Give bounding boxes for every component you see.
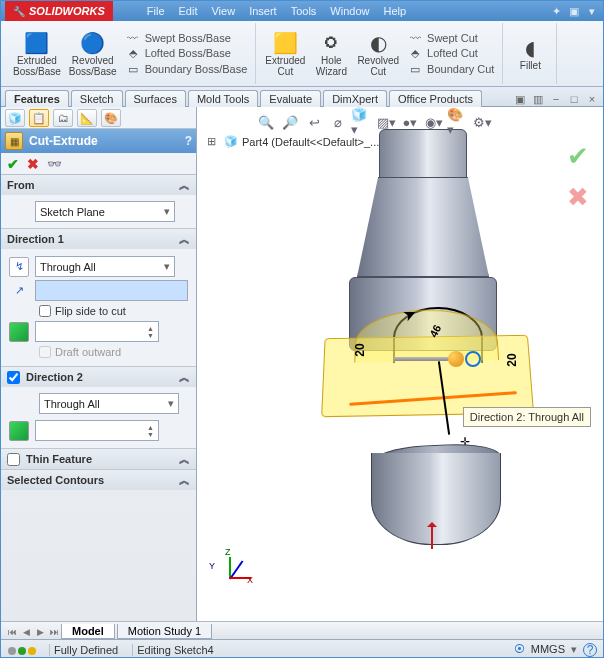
- menu-tools[interactable]: Tools: [285, 3, 323, 19]
- tooltip: Direction 2: Through All: [463, 407, 591, 427]
- dropdown-icon[interactable]: ▾: [585, 4, 599, 18]
- pm-header: ▦ Cut-Extrude ?: [1, 129, 196, 153]
- window-min-icon[interactable]: −: [549, 92, 563, 106]
- bottle-shoulder-geometry: [357, 177, 489, 277]
- window-max-icon[interactable]: □: [567, 92, 581, 106]
- section-direction2: Direction 2︽ Through All ▲▼: [1, 367, 196, 449]
- extruded-cut-button[interactable]: 🟨ExtrudedCut: [261, 29, 309, 79]
- dir1-direction-vector-field[interactable]: [35, 280, 188, 301]
- dir2-draft-angle-field[interactable]: ▲▼: [35, 420, 159, 441]
- direction-arrow[interactable]: [431, 523, 433, 549]
- dir1-draft-angle-field[interactable]: ▲▼: [35, 321, 159, 342]
- menu-help[interactable]: Help: [377, 3, 412, 19]
- previous-view-icon[interactable]: ↩: [303, 111, 325, 133]
- property-manager: 🧊 📋 🗂 📐 🎨 ▦ Cut-Extrude ? ✔ ✖ 👓 From︽ Sk…: [1, 107, 197, 621]
- graphics-viewport[interactable]: 🔍 🔎 ↩ ⌀ 🧊▾ ▨▾ ●▾ ◉▾ 🎨▾ ⚙▾ 🧊Part4 (Defaul…: [197, 107, 603, 621]
- view-orientation-icon[interactable]: 🧊▾: [351, 111, 373, 133]
- view-settings-icon[interactable]: ⚙▾: [471, 111, 493, 133]
- status-bar: Fully Defined Editing Sketch4 ⦿ MMGS ▾ ?: [1, 639, 603, 658]
- cube-icon[interactable]: ▣: [567, 4, 581, 18]
- tab-scroll-next[interactable]: ▶: [33, 625, 47, 639]
- dir1-direction-vector-icon: ↗: [9, 281, 29, 301]
- section-direction1: Direction 1︽ ↯ Through All ↗ Flip side t…: [1, 229, 196, 367]
- window-close-icon[interactable]: ×: [585, 92, 599, 106]
- direction-handle[interactable]: [393, 347, 473, 371]
- section-contours-header[interactable]: Selected Contours︽: [1, 470, 196, 490]
- doc-tab-motion-study[interactable]: Motion Study 1: [117, 624, 212, 639]
- swept-cut-button[interactable]: 〰Swept Cut: [403, 31, 498, 45]
- menu-insert[interactable]: Insert: [243, 3, 283, 19]
- zoom-area-icon[interactable]: 🔎: [279, 111, 301, 133]
- app-logo: SOLIDWORKS: [5, 1, 113, 21]
- dimension-20-left[interactable]: 20: [353, 343, 367, 356]
- command-manager-tabs: Features Sketch Surfaces Mold Tools Eval…: [1, 87, 603, 107]
- status-units-dropdown-icon[interactable]: ▾: [571, 643, 577, 657]
- boundary-cut-button[interactable]: ▭Boundary Cut: [403, 62, 498, 77]
- status-help-icon[interactable]: ?: [583, 643, 597, 657]
- section-direction1-header[interactable]: Direction 1︽: [1, 229, 196, 249]
- pm-help-icon[interactable]: ?: [185, 134, 192, 148]
- hole-wizard-button[interactable]: ⭘HoleWizard: [309, 29, 353, 79]
- lofted-cut-button[interactable]: ⬘Lofted Cut: [403, 46, 498, 61]
- pm-tab-display[interactable]: 🎨: [101, 109, 121, 127]
- revolved-boss-button[interactable]: 🔵RevolvedBoss/Base: [65, 29, 121, 79]
- pm-tab-bar: 🧊 📋 🗂 📐 🎨: [1, 107, 196, 129]
- tab-surfaces[interactable]: Surfaces: [125, 90, 186, 107]
- dir1-end-condition-select[interactable]: Through All: [35, 256, 175, 277]
- edit-appearance-icon[interactable]: ◉▾: [423, 111, 445, 133]
- tab-scroll-last[interactable]: ⏭: [47, 625, 61, 639]
- apply-scene-icon[interactable]: 🎨▾: [447, 111, 469, 133]
- section-from-header[interactable]: From︽: [1, 175, 196, 195]
- cut-extrude-icon: ▦: [5, 132, 23, 150]
- window-cascade-icon[interactable]: ▣: [513, 92, 527, 106]
- status-editing: Editing Sketch4: [132, 644, 217, 656]
- tab-scroll-first[interactable]: ⏮: [5, 625, 19, 639]
- tab-features[interactable]: Features: [5, 90, 69, 107]
- tab-office-products[interactable]: Office Products: [389, 90, 482, 107]
- reference-triad[interactable]: Z Y X: [207, 551, 251, 591]
- flip-side-checkbox[interactable]: Flip side to cut: [39, 305, 188, 317]
- lofted-boss-button[interactable]: ⬘Lofted Boss/Base: [121, 46, 252, 61]
- tab-sketch[interactable]: Sketch: [71, 90, 123, 107]
- section-direction2-header[interactable]: Direction 2︽: [1, 367, 196, 387]
- status-locator-icon[interactable]: ⦿: [514, 643, 525, 657]
- pm-tab-dimxpert[interactable]: 📐: [77, 109, 97, 127]
- ok-button[interactable]: ✔: [7, 156, 19, 172]
- from-condition-select[interactable]: Sketch Plane: [35, 201, 175, 222]
- preview-button[interactable]: 👓: [47, 157, 62, 171]
- menu-bar: File Edit View Insert Tools Window Help: [141, 3, 412, 19]
- swept-boss-button[interactable]: 〰Swept Boss/Base: [121, 31, 252, 45]
- menu-edit[interactable]: Edit: [173, 3, 204, 19]
- fillet-button[interactable]: ◖Fillet: [508, 34, 552, 73]
- window-tile-icon[interactable]: ▥: [531, 92, 545, 106]
- dir1-reverse-button[interactable]: ↯: [9, 257, 29, 277]
- menu-view[interactable]: View: [205, 3, 241, 19]
- section-view-icon[interactable]: ⌀: [327, 111, 349, 133]
- revolved-cut-button[interactable]: ◐RevolvedCut: [353, 29, 403, 79]
- menu-file[interactable]: File: [141, 3, 171, 19]
- section-thin-header[interactable]: Thin Feature︽: [1, 449, 196, 469]
- dir2-end-condition-select[interactable]: Through All: [39, 393, 179, 414]
- dimension-20-right[interactable]: 20: [505, 353, 519, 366]
- pm-tab-feature-tree[interactable]: 🧊: [5, 109, 25, 127]
- extruded-boss-button[interactable]: 🟦ExtrudedBoss/Base: [9, 29, 65, 79]
- status-units[interactable]: MMGS: [531, 643, 565, 657]
- tab-scroll-prev[interactable]: ◀: [19, 625, 33, 639]
- menu-window[interactable]: Window: [324, 3, 375, 19]
- tab-evaluate[interactable]: Evaluate: [260, 90, 321, 107]
- pm-title: Cut-Extrude: [29, 134, 185, 148]
- display-style-icon[interactable]: ▨▾: [375, 111, 397, 133]
- pm-tab-config[interactable]: 🗂: [53, 109, 73, 127]
- tab-mold-tools[interactable]: Mold Tools: [188, 90, 258, 107]
- dir1-draft-button[interactable]: [9, 322, 29, 342]
- dir2-draft-button[interactable]: [9, 421, 29, 441]
- doc-tab-model[interactable]: Model: [61, 624, 115, 639]
- hide-show-icon[interactable]: ●▾: [399, 111, 421, 133]
- pm-tab-property-manager[interactable]: 📋: [29, 109, 49, 127]
- tab-dimxpert[interactable]: DimXpert: [323, 90, 387, 107]
- help-star-icon[interactable]: ✦: [549, 4, 563, 18]
- draft-outward-checkbox: Draft outward: [39, 346, 188, 358]
- zoom-fit-icon[interactable]: 🔍: [255, 111, 277, 133]
- boundary-boss-button[interactable]: ▭Boundary Boss/Base: [121, 62, 252, 77]
- cancel-button[interactable]: ✖: [27, 156, 39, 172]
